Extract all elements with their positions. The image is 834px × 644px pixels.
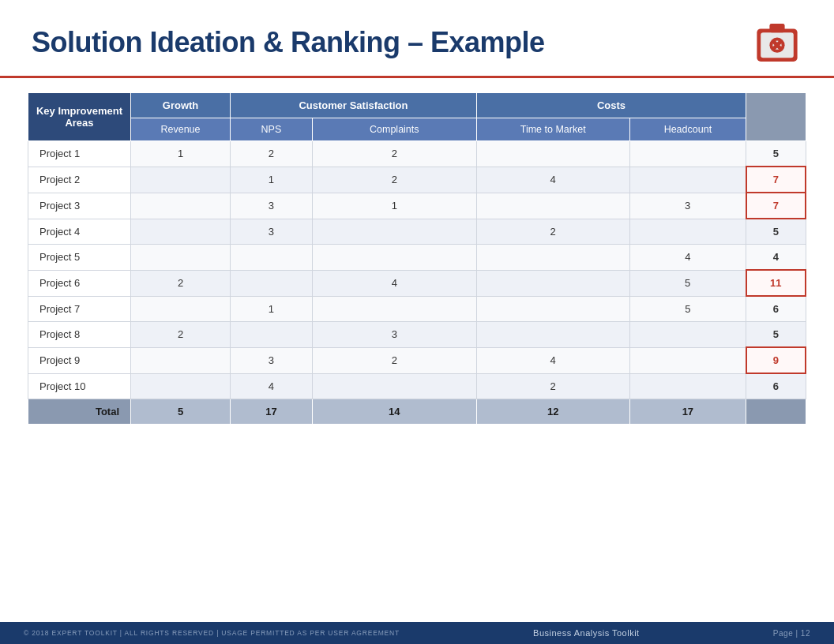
data-cell: 5 [629,296,746,322]
table-row: Project 7156 [28,296,806,322]
total-value-cell: 7 [746,193,806,219]
total-value-cell: 4 [746,245,806,271]
data-cell [476,245,629,271]
total-value-cell: 11 [746,270,806,296]
total-row-cell: 5 [131,399,231,425]
data-cell: 1 [312,193,476,219]
data-cell: 3 [231,347,313,373]
total-value-cell: 6 [746,296,806,322]
table-row: Project 624511 [28,270,806,296]
project-name-cell: Project 5 [28,245,131,271]
data-cell: 4 [476,347,629,373]
footer-copyright: © 2018 EXPERT TOOLKIT | ALL RIGHTS RESER… [24,629,400,637]
totals-row: Total517141217 [28,399,806,425]
data-cell: 1 [231,296,313,322]
total-row-cell: Total [28,399,131,425]
total-value-cell: 5 [746,219,806,245]
data-cell [131,219,231,245]
data-cell: 2 [312,167,476,193]
table-row: Project 10426 [28,373,806,399]
total-value-cell: 7 [746,167,806,193]
project-name-cell: Project 4 [28,219,131,245]
data-cell [629,219,746,245]
page-title: Solution Ideation & Ranking – Example [32,26,545,59]
total-value-cell: 6 [746,373,806,399]
col-header-total [746,93,806,141]
data-cell [476,322,629,348]
total-row-cell: 14 [312,399,476,425]
total-value-cell: 9 [746,347,806,373]
data-cell: 3 [231,219,313,245]
project-name-cell: Project 9 [28,347,131,373]
total-row-cell [746,399,806,425]
data-cell [629,141,746,167]
col-header-growth: Growth [131,93,231,118]
data-cell [629,167,746,193]
project-name-cell: Project 7 [28,296,131,322]
project-name-cell: Project 2 [28,167,131,193]
svg-rect-2 [769,24,784,32]
col-sub-time-to-market: Time to Market [476,118,629,141]
data-cell: 2 [312,141,476,167]
project-name-cell: Project 3 [28,193,131,219]
data-cell: 1 [131,141,231,167]
footer-brand: Business Analysis Toolkit [533,628,640,638]
project-name-cell: Project 8 [28,322,131,348]
data-cell: 4 [312,270,476,296]
col-header-customer-sat: Customer Satisfaction [231,93,477,118]
data-cell [131,347,231,373]
data-cell [131,245,231,271]
data-cell: 2 [476,219,629,245]
toolkit-icon [752,17,802,68]
data-cell [312,219,476,245]
col-sub-headcount: Headcount [629,118,746,141]
total-row-cell: 17 [629,399,746,425]
data-cell [131,373,231,399]
data-cell: 4 [476,167,629,193]
data-cell [312,373,476,399]
table-row: Project 11225 [28,141,806,167]
data-cell: 3 [312,322,476,348]
data-cell [629,373,746,399]
data-cell: 2 [131,322,231,348]
data-cell [629,322,746,348]
total-value-cell: 5 [746,322,806,348]
data-cell: 4 [231,373,313,399]
data-cell: 4 [629,245,746,271]
data-cell [476,270,629,296]
col-sub-nps: NPS [231,118,313,141]
data-cell [312,296,476,322]
table-row: Project 4325 [28,219,806,245]
table-row: Project 33137 [28,193,806,219]
table-row: Project 544 [28,245,806,271]
col-header-key-areas: Key ImprovementAreas [28,93,131,141]
footer-page: Page | 12 [773,629,810,638]
project-name-cell: Project 1 [28,141,131,167]
table-row: Project 8235 [28,322,806,348]
data-cell: 2 [231,141,313,167]
project-name-cell: Project 6 [28,270,131,296]
data-cell [231,270,313,296]
ranking-table: Key ImprovementAreas Growth Customer Sat… [28,92,806,425]
page-wrapper: Solution Ideation & Ranking – Example Ke… [0,0,834,644]
total-value-cell: 5 [746,141,806,167]
data-cell: 5 [629,270,746,296]
data-cell: 2 [312,347,476,373]
page-footer: © 2018 EXPERT TOOLKIT | ALL RIGHTS RESER… [0,622,834,644]
data-cell [131,167,231,193]
col-header-costs: Costs [476,93,746,118]
data-cell: 3 [629,193,746,219]
data-cell: 2 [476,373,629,399]
data-cell [476,141,629,167]
data-cell [476,193,629,219]
data-cell [131,193,231,219]
total-row-cell: 12 [476,399,629,425]
col-sub-complaints: Complaints [312,118,476,141]
data-cell: 1 [231,167,313,193]
data-cell [231,322,313,348]
total-row-cell: 17 [231,399,313,425]
data-cell [476,296,629,322]
main-content: Key ImprovementAreas Growth Customer Sat… [0,78,834,622]
data-cell [231,245,313,271]
project-name-cell: Project 10 [28,373,131,399]
